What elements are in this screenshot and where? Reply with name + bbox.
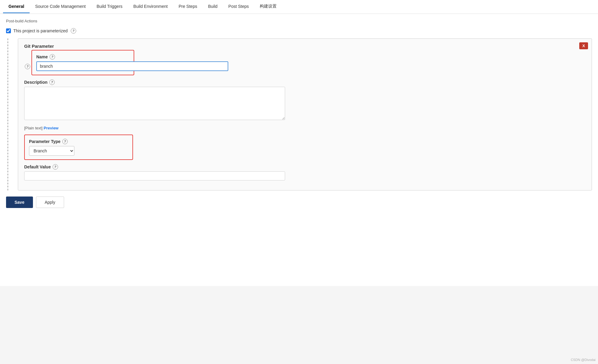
name-input[interactable] bbox=[36, 61, 228, 71]
default-value-input[interactable] bbox=[24, 171, 285, 180]
git-param-help-icon[interactable]: ? bbox=[25, 64, 30, 69]
parameterized-row: This project is parameterized ? bbox=[6, 28, 592, 34]
description-field-label: Description ? bbox=[24, 80, 586, 85]
parameterized-checkbox[interactable] bbox=[6, 28, 11, 33]
parameter-type-help-icon[interactable]: ? bbox=[62, 139, 68, 144]
parameter-type-highlight-box: Parameter Type ? Branch Tag Revision Bra… bbox=[24, 135, 133, 160]
tabs-bar: General Source Code Management Build Tri… bbox=[0, 0, 598, 14]
tab-build-triggers[interactable]: Build Triggers bbox=[91, 0, 128, 13]
post-build-actions-label: Post-build Actions bbox=[6, 19, 592, 23]
default-value-label: Default Value ? bbox=[24, 164, 586, 170]
name-highlight-box: Name ? bbox=[31, 50, 134, 75]
tab-post-steps[interactable]: Post Steps bbox=[223, 0, 254, 13]
apply-button[interactable]: Apply bbox=[36, 197, 64, 208]
git-parameter-title: Git Parameter bbox=[24, 44, 586, 49]
git-parameter-section: Git Parameter ? X Name ? Description ? bbox=[8, 38, 592, 190]
parameterized-label: This project is parameterized bbox=[13, 28, 68, 33]
default-value-row: Default Value ? bbox=[24, 164, 586, 180]
tab-pre-steps[interactable]: Pre Steps bbox=[173, 0, 203, 13]
tab-build[interactable]: Build bbox=[203, 0, 223, 13]
save-button[interactable]: Save bbox=[6, 197, 33, 208]
description-help-icon[interactable]: ? bbox=[49, 80, 55, 85]
description-field-row: Description ? bbox=[24, 80, 586, 121]
tab-build-settings[interactable]: 构建设置 bbox=[254, 0, 282, 14]
bottom-actions: Save Apply bbox=[6, 197, 592, 208]
parameter-type-label: Parameter Type ? bbox=[29, 139, 128, 144]
tab-build-environment[interactable]: Build Environment bbox=[128, 0, 173, 13]
main-content: Post-build Actions This project is param… bbox=[0, 14, 598, 286]
name-field-label: Name ? bbox=[36, 54, 129, 60]
tab-general[interactable]: General bbox=[3, 0, 30, 13]
delete-git-param-button[interactable]: X bbox=[579, 42, 588, 49]
default-value-help-icon[interactable]: ? bbox=[53, 164, 58, 170]
parameter-type-select[interactable]: Branch Tag Revision Branch or Tag bbox=[29, 146, 74, 156]
name-help-icon[interactable]: ? bbox=[50, 54, 55, 60]
plain-text-label: [Plain text] bbox=[24, 126, 43, 130]
git-parameter-box: Git Parameter ? X Name ? Description ? bbox=[18, 38, 592, 190]
parameterized-help-icon[interactable]: ? bbox=[71, 28, 76, 34]
description-textarea[interactable] bbox=[24, 87, 285, 120]
preview-link[interactable]: Preview bbox=[44, 126, 58, 130]
plain-text-row: [Plain text] Preview bbox=[24, 126, 586, 130]
tab-source-code[interactable]: Source Code Management bbox=[30, 0, 91, 13]
